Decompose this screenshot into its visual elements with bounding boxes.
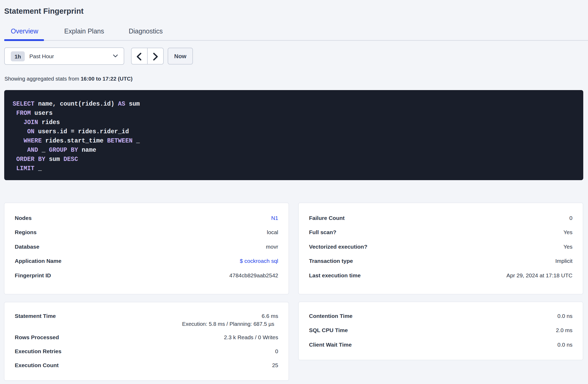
svg-text:WHERE rides.start_time BETWEEN: WHERE rides.start_time BETWEEN _: [13, 137, 140, 144]
svg-text:ON users.id = rides.rider_id: ON users.id = rides.rider_id: [13, 128, 129, 135]
svg-text:Yes: Yes: [564, 244, 572, 250]
svg-text:Statement Fingerprint: Statement Fingerprint: [4, 7, 84, 15]
svg-text:Vectorized execution?: Vectorized execution?: [309, 244, 367, 250]
svg-text:$ cockroach sql: $ cockroach sql: [240, 258, 278, 264]
svg-text:Transaction type: Transaction type: [309, 258, 353, 264]
svg-text:2.3 k Reads / 0 Writes: 2.3 k Reads / 0 Writes: [224, 334, 278, 340]
svg-text:Fingerprint ID: Fingerprint ID: [15, 272, 51, 278]
svg-text:Execution Count: Execution Count: [15, 362, 59, 368]
svg-text:SELECT name, count(rides.id) A: SELECT name, count(rides.id) AS sum: [13, 101, 140, 107]
svg-text:2.0 ms: 2.0 ms: [556, 327, 572, 333]
svg-text:0.0 ns: 0.0 ns: [557, 342, 572, 348]
svg-text:Client Wait Time: Client Wait Time: [309, 342, 352, 348]
svg-text:Nodes: Nodes: [15, 215, 32, 221]
svg-text:Execution Retries: Execution Retries: [15, 348, 61, 354]
svg-text:25: 25: [272, 362, 278, 368]
svg-text:Regions: Regions: [15, 229, 37, 235]
svg-text:0: 0: [569, 215, 572, 221]
svg-text:ORDER BY sum DESC: ORDER BY sum DESC: [13, 156, 78, 163]
svg-text:Last execution time: Last execution time: [309, 272, 361, 278]
svg-text:AND _ GROUP BY name: AND _ GROUP BY name: [13, 147, 96, 154]
svg-text:4784cb829aab2542: 4784cb829aab2542: [229, 272, 278, 278]
svg-text:0: 0: [275, 348, 278, 354]
svg-text:Diagnostics: Diagnostics: [129, 27, 163, 35]
svg-text:6.6 ms: 6.6 ms: [262, 313, 278, 319]
svg-text:Implicit: Implicit: [555, 258, 573, 264]
svg-text:0.0 ns: 0.0 ns: [557, 313, 572, 319]
svg-text:N1: N1: [271, 215, 278, 221]
svg-text:Now: Now: [174, 53, 187, 60]
svg-text:Past Hour: Past Hour: [29, 53, 54, 59]
svg-text:Overview: Overview: [11, 27, 38, 35]
svg-text:Rows Processed: Rows Processed: [15, 334, 59, 340]
svg-text:Yes: Yes: [564, 229, 572, 235]
svg-text:LIMIT _: LIMIT _: [13, 165, 42, 172]
svg-text:Application Name: Application Name: [15, 258, 61, 264]
svg-text:Showing aggregated stats from: Showing aggregated stats from 16:00 to 1…: [4, 76, 133, 82]
svg-text:SQL CPU Time: SQL CPU Time: [309, 327, 348, 333]
svg-text:Contention Time: Contention Time: [309, 313, 352, 319]
svg-text:local: local: [267, 229, 278, 235]
svg-text:Apr 29, 2024 at 17:18 UTC: Apr 29, 2024 at 17:18 UTC: [506, 272, 572, 278]
svg-text:Failure Count: Failure Count: [309, 215, 345, 221]
svg-text:movr: movr: [266, 244, 278, 250]
svg-text:Database: Database: [15, 244, 39, 250]
svg-text:Explain Plans: Explain Plans: [64, 27, 104, 35]
svg-text:1h: 1h: [14, 53, 21, 60]
svg-text:Full scan?: Full scan?: [309, 229, 336, 235]
svg-text:FROM users: FROM users: [13, 110, 53, 117]
svg-text:JOIN rides: JOIN rides: [13, 119, 60, 126]
svg-text:Statement Time: Statement Time: [15, 313, 56, 319]
svg-text:Execution: 5.8 ms / Planning:: Execution: 5.8 ms / Planning: 687.5 µs: [182, 321, 274, 327]
